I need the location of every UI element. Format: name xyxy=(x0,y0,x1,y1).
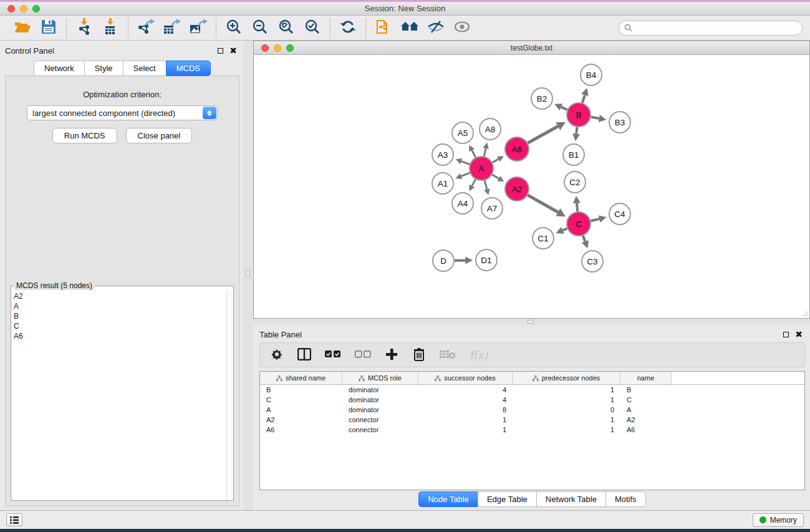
cell-predecessor-nodes[interactable]: 0 xyxy=(513,406,620,414)
cell-successor-nodes[interactable]: 1 xyxy=(418,416,513,423)
graph-node-A3[interactable]: A3 xyxy=(432,144,453,165)
gear-button[interactable] xyxy=(270,347,284,363)
column-header-shared-name[interactable]: shared name xyxy=(260,372,342,384)
horizontal-split-divider[interactable] xyxy=(253,319,810,325)
window-resize-grip[interactable] xyxy=(800,309,809,317)
cell-name[interactable]: B xyxy=(620,386,672,394)
export-table-button[interactable] xyxy=(161,18,183,38)
export-network-button[interactable] xyxy=(135,18,157,38)
divider-grip[interactable] xyxy=(246,270,250,276)
graph-node-A2[interactable]: A2 xyxy=(505,177,529,201)
close-window-button[interactable] xyxy=(7,5,15,12)
trash-button[interactable] xyxy=(412,347,426,363)
search-box[interactable] xyxy=(619,21,803,36)
zoom-fit-button[interactable] xyxy=(275,18,297,38)
edge-A2-C[interactable] xyxy=(528,195,558,212)
tab-network-table[interactable]: Network Table xyxy=(536,491,605,507)
cell-MCDS-role[interactable]: dominator xyxy=(342,396,418,404)
graph-node-D1[interactable]: D1 xyxy=(476,249,497,271)
cell-successor-nodes[interactable]: 8 xyxy=(418,406,513,414)
session-doc-button[interactable] xyxy=(372,18,395,38)
graph-node-A4[interactable]: A4 xyxy=(452,193,473,214)
tab-mcds[interactable]: MCDS xyxy=(166,60,211,76)
cell-shared-name[interactable]: C xyxy=(260,396,342,404)
graph-node-B3[interactable]: B3 xyxy=(609,112,630,133)
close-panel-icon[interactable]: ✖ xyxy=(229,46,237,55)
cell-shared-name[interactable]: A2 xyxy=(260,416,342,423)
edge-B-B3[interactable] xyxy=(591,117,599,118)
graph-node-C1[interactable]: C1 xyxy=(533,228,554,249)
result-list-item[interactable]: A6 xyxy=(14,331,224,341)
edge-B-B2[interactable] xyxy=(561,107,567,110)
graph-node-B4[interactable]: B4 xyxy=(581,64,602,85)
float-panel-icon[interactable] xyxy=(218,48,223,54)
edge-A-A4[interactable] xyxy=(472,180,476,186)
graph-node-C[interactable]: C xyxy=(567,212,591,236)
zoom-window-button[interactable] xyxy=(32,5,40,12)
column-header-successor-nodes[interactable]: successor nodes xyxy=(418,372,513,384)
graph-node-C3[interactable]: C3 xyxy=(582,251,603,272)
edge-C-C1[interactable] xyxy=(562,228,567,230)
criterion-dropdown[interactable]: largest connected component (directed) xyxy=(27,105,218,120)
table-row[interactable]: A2connector11A2 xyxy=(260,415,804,425)
cell-predecessor-nodes[interactable]: 1 xyxy=(513,426,620,433)
graph-node-C2[interactable]: C2 xyxy=(564,172,586,193)
cell-MCDS-role[interactable]: connector xyxy=(342,426,418,433)
hide-eye-button[interactable] xyxy=(425,18,447,38)
graph-node-A7[interactable]: A7 xyxy=(481,198,503,219)
task-history-button[interactable] xyxy=(6,513,22,526)
cell-predecessor-nodes[interactable]: 1 xyxy=(513,396,620,404)
close-panel-icon[interactable]: ✖ xyxy=(795,330,803,339)
edge-A-A3[interactable] xyxy=(461,162,470,165)
edge-B-B4[interactable] xyxy=(582,95,585,103)
graph-node-B[interactable]: B xyxy=(567,103,591,127)
check-pair-button[interactable] xyxy=(325,347,341,363)
graph-node-C4[interactable]: C4 xyxy=(609,203,630,225)
table-row[interactable]: Adominator80A xyxy=(260,405,804,415)
graph-node-A5[interactable]: A5 xyxy=(452,122,473,143)
tab-style[interactable]: Style xyxy=(84,60,123,76)
table-row[interactable]: A6connector11A6 xyxy=(260,425,804,435)
run-mcds-button[interactable]: Run MCDS xyxy=(52,128,117,143)
edge-A-A6[interactable] xyxy=(493,159,499,162)
cell-successor-nodes[interactable]: 4 xyxy=(418,396,513,404)
cell-successor-nodes[interactable]: 1 xyxy=(418,426,513,433)
column-header-name[interactable]: name xyxy=(620,372,672,384)
graph-node-A[interactable]: A xyxy=(470,157,493,180)
cell-MCDS-role[interactable]: dominator xyxy=(342,386,418,394)
edge-A6-B[interactable] xyxy=(528,126,557,143)
graph-node-A6[interactable]: A6 xyxy=(505,137,529,161)
network-minimize-button[interactable] xyxy=(274,44,281,52)
cell-predecessor-nodes[interactable]: 1 xyxy=(513,416,620,423)
import-table-button[interactable] xyxy=(99,18,122,38)
network-close-button[interactable] xyxy=(261,44,269,52)
tab-select[interactable]: Select xyxy=(123,60,166,76)
float-panel-icon[interactable] xyxy=(783,332,789,337)
cell-MCDS-role[interactable]: connector xyxy=(342,416,418,423)
zoom-in-button[interactable] xyxy=(223,18,245,38)
network-canvas[interactable]: B4B2BB3A8A5A6A3B1AA1C2A2A4A7C4CC1DD1C3 xyxy=(254,55,809,318)
cell-shared-name[interactable]: A6 xyxy=(260,426,342,433)
cell-shared-name[interactable]: A xyxy=(260,406,342,414)
network-zoom-button[interactable] xyxy=(286,44,294,52)
table-row[interactable]: Bdominator41B xyxy=(260,385,804,395)
edge-A-A1[interactable] xyxy=(461,173,470,176)
edge-C-C2[interactable] xyxy=(577,203,577,211)
edge-C-C3[interactable] xyxy=(583,236,585,241)
home-network-button[interactable] xyxy=(398,18,421,38)
graph-node-D[interactable]: D xyxy=(433,250,454,271)
tab-edge-table[interactable]: Edge Table xyxy=(478,491,536,507)
plus-button[interactable] xyxy=(385,347,398,363)
cell-name[interactable]: A6 xyxy=(620,426,672,433)
cell-name[interactable]: A xyxy=(620,406,672,414)
vertical-split-divider[interactable] xyxy=(243,41,253,510)
cell-name[interactable]: A2 xyxy=(620,416,672,423)
import-network-button[interactable] xyxy=(73,18,95,38)
memory-button[interactable]: Memory xyxy=(753,513,804,527)
table-row[interactable]: Cdominator41C xyxy=(260,395,804,405)
result-list-item[interactable]: A xyxy=(14,301,224,311)
result-list-item[interactable]: A2 xyxy=(14,291,224,301)
mcds-result-list[interactable]: A2ABCA6 xyxy=(11,286,226,500)
show-eye-button[interactable] xyxy=(451,18,473,38)
uncheck-pair-button[interactable] xyxy=(355,347,371,363)
